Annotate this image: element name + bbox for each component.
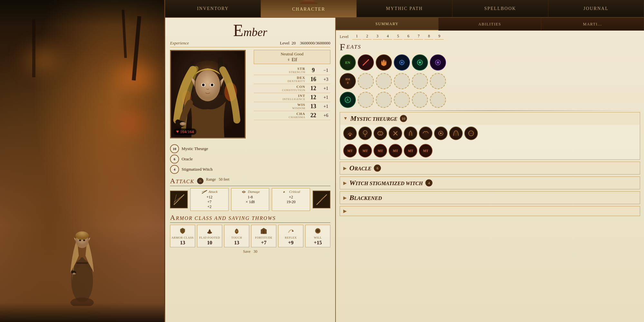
svg-text:✦: ✦ xyxy=(282,190,285,194)
int-stat: INT INTELLIGENCE 12 +1 xyxy=(254,93,330,102)
flat-footed-stat: Flat-footed 10 xyxy=(197,225,222,247)
svg-point-11 xyxy=(71,270,73,273)
svg-text:A: A xyxy=(346,98,349,102)
mt-ability-7[interactable] xyxy=(434,127,448,140)
feats-panel: SUMMARY ABILITIES MARTI... Level 1 2 3 4 xyxy=(336,18,644,322)
svg-marker-5 xyxy=(74,237,76,242)
tab-summary[interactable]: SUMMARY xyxy=(336,18,439,31)
nav-item-inventory[interactable]: INVENTORY xyxy=(165,0,261,17)
feat-icon-empty-7 xyxy=(376,92,392,108)
extra-header[interactable]: ▶ xyxy=(340,206,640,216)
stats-section: Neutral Good ♀ Elf STR STRENGTH xyxy=(254,50,330,142)
mt-ability-5[interactable] xyxy=(404,127,417,140)
mt-badge-5[interactable]: MT xyxy=(404,144,417,157)
feat-icon-empty-9 xyxy=(412,92,428,108)
artwork-panel xyxy=(0,0,164,322)
svg-rect-40 xyxy=(320,197,324,200)
svg-rect-43 xyxy=(263,230,265,234)
mystic-theurge-header[interactable]: ▼ MYSTIC THEURGE 10 xyxy=(340,112,640,125)
tab-abilities[interactable]: ABILITIES xyxy=(439,18,541,31)
svg-point-57 xyxy=(437,62,439,64)
class-section-blackened: ▶ BLACKENED xyxy=(340,191,640,204)
nav-item-journal[interactable]: JOURNAL xyxy=(548,0,644,17)
mt-ability-9[interactable] xyxy=(464,127,478,140)
feat-icon-magic[interactable] xyxy=(394,54,410,71)
mt-ability-3[interactable] xyxy=(374,127,387,140)
mt-ability-1[interactable] xyxy=(343,127,357,140)
cha-stat: CHA CHARISMA 22 +6 xyxy=(254,111,330,120)
feat-icon-empty-3 xyxy=(394,73,410,89)
main-content: Ember Experience Level 20 3600000/360000… xyxy=(165,18,644,322)
con-stat: CON CONSTITUTION 12 +1 xyxy=(254,84,330,93)
svg-point-66 xyxy=(440,132,441,134)
feat-icon-purple[interactable] xyxy=(430,54,446,71)
nav-item-spellbook[interactable]: SPELLBOOK xyxy=(452,0,548,17)
mt-ability-6[interactable] xyxy=(419,127,432,140)
svg-point-26 xyxy=(202,84,204,86)
feats-content-area: Level 1 2 3 4 5 6 7 8 9 F EATS xyxy=(336,31,644,221)
blackened-header[interactable]: ▶ BLACKENED xyxy=(340,192,640,204)
class-section-extra: ▶ xyxy=(340,206,640,216)
attack-stat: Attack +12+7+2 xyxy=(190,188,229,211)
character-sheet: INVENTORY CHARACTER MYTHIC PATH SPELLBOO… xyxy=(164,0,644,322)
character-panel: Ember Experience Level 20 3600000/360000… xyxy=(165,18,336,322)
svg-line-49 xyxy=(364,60,369,64)
character-artwork xyxy=(50,222,114,306)
damage-stat: Damage 1-8× 1d8 xyxy=(231,188,270,211)
mt-ability-4[interactable] xyxy=(389,127,402,140)
feat-icons-row-2: BM0 xyxy=(340,73,640,89)
svg-point-42 xyxy=(236,231,238,232)
svg-point-60 xyxy=(349,134,351,136)
sub-tab-bar: SUMMARY ABILITIES MARTI... xyxy=(336,18,644,31)
mt-badge-1[interactable]: MT xyxy=(343,144,357,157)
nav-item-mythic-path[interactable]: MYTHIC PATH xyxy=(357,0,452,17)
feat-icon-empty-6 xyxy=(358,92,374,108)
mt-badge-2[interactable]: MT xyxy=(358,144,372,157)
level-numbers-row: Level 1 2 3 4 5 6 7 8 9 xyxy=(340,34,640,40)
weapon-row: Attack +12+7+2 Damage 1-8× 1d8 xyxy=(170,188,330,211)
armor-class-stat: Armor Class 13 xyxy=(170,225,195,247)
feat-icons-row-1: EN xyxy=(340,54,640,71)
feat-icons-row-3: A xyxy=(340,92,640,108)
class-section-witch: ▶ WITCH STIGMATIZED WITCH 4 xyxy=(340,176,640,189)
feat-icon-fire[interactable] xyxy=(376,54,392,71)
class-oracle: 6 Oracle xyxy=(170,155,330,164)
class-witch: 4 Stigmatized Witch xyxy=(170,165,330,174)
svg-point-55 xyxy=(419,62,421,64)
mt-badge-6[interactable]: MT xyxy=(419,144,432,157)
feat-icon-bm[interactable]: BM0 xyxy=(340,73,356,89)
attack-section-header: ATTACK ⚔ Range 50 feet xyxy=(170,177,330,186)
top-navigation: INVENTORY CHARACTER MYTHIC PATH SPELLBOO… xyxy=(165,0,644,18)
feat-icon-empty-1 xyxy=(358,73,374,89)
svg-rect-13 xyxy=(76,262,88,264)
oracle-level-badge: 6 xyxy=(374,165,381,172)
witch-header[interactable]: ▶ WITCH STIGMATIZED WITCH 4 xyxy=(340,177,640,189)
hp-display: ♥ 164/164 xyxy=(174,128,196,135)
str-stat: STR STRENGTH 9 −1 xyxy=(254,66,330,75)
feat-icon-en[interactable]: EN xyxy=(340,54,356,71)
reflex-stat: Reflex +9 xyxy=(278,225,303,247)
class-section-mystic-theurge: ▼ MYSTIC THEURGE 10 xyxy=(340,112,640,160)
mt-ability-8[interactable] xyxy=(449,127,463,140)
class-list: 10 Mystic Theurge 6 Oracle 4 Stigmatized… xyxy=(170,144,330,174)
feat-icon-a[interactable]: A xyxy=(340,92,356,108)
weapon-icon-right xyxy=(313,191,330,208)
fortitude-stat: Fortitude +7 xyxy=(251,225,276,247)
nav-item-character[interactable]: CHARACTER xyxy=(261,0,356,17)
feat-icon-combat[interactable] xyxy=(358,54,374,71)
will-stat: Will +15 xyxy=(305,225,330,247)
witch-level-badge: 4 xyxy=(425,179,432,186)
portrait-artwork xyxy=(171,51,245,137)
mt-ability-2[interactable] xyxy=(358,127,372,140)
feat-icon-circle[interactable] xyxy=(412,54,428,71)
mt-badge-3[interactable]: MT xyxy=(374,144,387,157)
weapon-stats: Attack +12+7+2 Damage 1-8× 1d8 xyxy=(190,188,310,211)
class-section-oracle: ▶ ORACLE 6 xyxy=(340,162,640,175)
experience-row: Experience Level 20 3600000/3600000 xyxy=(170,41,330,47)
tab-martial[interactable]: MARTI... xyxy=(541,18,644,31)
mt-badge-row: MT MT MT MT MT MT xyxy=(340,142,640,159)
svg-point-61 xyxy=(363,130,367,134)
mt-badge-4[interactable]: MT xyxy=(389,144,402,157)
oracle-header[interactable]: ▶ ORACLE 6 xyxy=(340,162,640,174)
character-portrait: ♥ 164/164 xyxy=(170,50,246,138)
